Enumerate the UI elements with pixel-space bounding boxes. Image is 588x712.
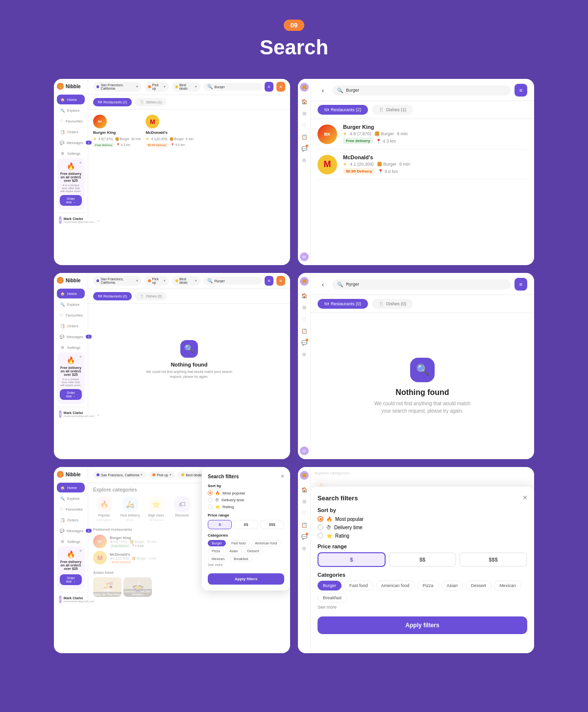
cat-dessert[interactable]: Dessert	[244, 548, 263, 554]
cat-mexican[interactable]: Mexican	[208, 556, 228, 562]
cat-pizza[interactable]: Pizza	[208, 548, 224, 554]
filter-active-btn[interactable]: ≡	[276, 82, 285, 92]
mobile-search-bar-nf[interactable]: 🔍	[332, 279, 511, 290]
cat-tag-dessert[interactable]: Dessert	[466, 581, 491, 590]
cat-tag-american[interactable]: American food	[376, 581, 415, 590]
promo-btn-nf[interactable]: Order now →	[60, 389, 82, 400]
mobile-dishes-tab-nf[interactable]: 🍴 Dishes (0)	[372, 299, 413, 309]
mobile-search-input-nf[interactable]	[346, 282, 506, 287]
price-dollar[interactable]: $	[318, 552, 386, 567]
mobile-mc-item[interactable]: M McDonald's ★ 4.1 (20,309) 🍔 Burger 6 m…	[318, 154, 527, 180]
search-bar-nf[interactable]: 🔍	[203, 277, 262, 285]
cat-fastfood[interactable]: Fast food	[227, 540, 249, 546]
deals-nf[interactable]: Best deals ▾	[172, 276, 200, 286]
cat-tag-asian[interactable]: Asian	[441, 581, 464, 590]
nav-fav-nf[interactable]: ♡ Favourites	[57, 310, 85, 320]
mobile-sort-rating[interactable]: ⭐ Rating	[318, 533, 527, 539]
filter-active-btn-nf[interactable]: ≡	[276, 276, 285, 286]
nav-home[interactable]: 🏠 Home	[57, 95, 85, 104]
restaurants-tab-nf[interactable]: 🍽 Restaurants (0)	[93, 292, 132, 300]
sort-rating[interactable]: ⭐ Rating	[208, 504, 284, 509]
cat-burger[interactable]: Burger	[208, 540, 226, 546]
mobile-search-input[interactable]	[346, 88, 506, 93]
mobile-nav-settings-nf[interactable]: ⚙	[300, 350, 308, 358]
mobile-restaurants-tab-nf[interactable]: 🍽 Restaurants (0)	[318, 299, 368, 309]
location-pill[interactable]: San Francisco, California ▾	[93, 82, 142, 92]
mobile-explore-filter[interactable]: ⊞	[300, 497, 308, 505]
mobile-nav-fav-nf[interactable]: ♡	[300, 315, 308, 323]
mobile-user-avatar[interactable]: M	[300, 252, 309, 261]
price-btn-1[interactable]: $	[208, 520, 232, 529]
mobile-nav-orders[interactable]: 📋	[300, 133, 308, 141]
mobile-nav-explore[interactable]: ⊞	[300, 109, 308, 117]
sort-delivery-radio[interactable]	[208, 497, 213, 502]
mobile-sort-popular[interactable]: 🔥 Most popular	[318, 516, 527, 522]
price-btn-2[interactable]: $$	[234, 520, 258, 529]
mobile-nav-settings[interactable]: ⚙	[300, 156, 308, 164]
mobile-orders-filter[interactable]: 📋	[300, 521, 308, 529]
delivery-radio[interactable]	[318, 524, 323, 530]
nav-settings[interactable]: ⚙ Settings	[57, 148, 85, 158]
dishes-tab[interactable]: 🍴 Dishes (1)	[135, 98, 167, 106]
cat-tag-fast[interactable]: Fast food	[344, 581, 373, 590]
cat-tag-mexican[interactable]: Mexican	[494, 581, 521, 590]
mobile-nav-home-nf[interactable]: 🏠	[300, 292, 308, 299]
cat-asian[interactable]: Asian	[225, 548, 242, 554]
location-filter[interactable]: San Francisco, California ▾	[93, 471, 146, 478]
nav-home-nf[interactable]: 🏠 Home	[57, 289, 85, 298]
price-btn-3[interactable]: $$$	[260, 520, 284, 529]
filter-close-btn[interactable]: ×	[281, 473, 284, 480]
cat-american[interactable]: American food	[251, 540, 281, 546]
nav-settings-filter[interactable]: ⚙ Settings	[57, 537, 85, 546]
back-btn-nf[interactable]: ‹	[318, 279, 328, 290]
promo-close-nf[interactable]: ×	[79, 354, 82, 359]
promo-close-btn[interactable]: ×	[79, 160, 82, 165]
rating-radio[interactable]	[318, 533, 323, 539]
price-dollar-dollar[interactable]: $$	[389, 552, 457, 567]
restaurant-item-bk[interactable]: BK Burger King ★ 4.8(7,870) 🍔 Burger 30 …	[93, 115, 141, 147]
mobile-restaurants-tab[interactable]: 🍽 Restaurants (2)	[318, 105, 368, 115]
mobile-bk-item[interactable]: BK Burger King ★ 4.8 (7,870) 🍔 Burger 9 …	[318, 124, 527, 149]
filter-btn[interactable]: ≡	[265, 82, 273, 92]
dishes-tab-nf[interactable]: 🍴 Dishes (0)	[135, 292, 167, 300]
sort-most-popular[interactable]: 🔥 Most popular	[208, 491, 284, 495]
apply-filters-btn[interactable]: Apply filters	[208, 573, 284, 585]
nav-orders[interactable]: 📋 Orders	[57, 127, 85, 137]
sort-rating-radio[interactable]	[208, 504, 213, 509]
cat-tag-burger[interactable]: Burger	[318, 581, 342, 590]
mobile-filter-btn-nf[interactable]: ≡	[514, 278, 527, 291]
nav-explore-filter[interactable]: 🔍 Explore	[57, 493, 85, 503]
nav-orders-filter[interactable]: 📋 Orders	[57, 515, 85, 525]
location-nf[interactable]: San Francisco, California ▾	[93, 276, 142, 286]
filter-btn-nf[interactable]: ≡	[265, 276, 273, 286]
price-dollar-dollar-dollar[interactable]: $$$	[459, 552, 527, 567]
promo-order-now-btn[interactable]: Order now →	[60, 195, 82, 206]
mobile-nav-msgs-nf[interactable]: 💬	[300, 339, 308, 346]
nav-explore-nf[interactable]: 🔍 Explore	[57, 299, 85, 309]
nav-messages[interactable]: 💬 Messages 1	[57, 138, 85, 147]
nav-explore[interactable]: 🔍 Explore	[57, 105, 85, 115]
deals-pill[interactable]: Best deals ▾	[172, 82, 200, 92]
nav-msgs-nf[interactable]: 💬 Messages 1	[57, 332, 85, 342]
popular-radio[interactable]	[318, 516, 323, 522]
desktop-search-bar[interactable]: 🔍	[203, 83, 262, 91]
mobile-nav-favourites[interactable]: ♡	[300, 121, 308, 129]
order-nf[interactable]: Pick up ▾	[145, 276, 169, 286]
mobile-nav-messages[interactable]: 💬	[300, 145, 308, 152]
mobile-nav-orders-nf[interactable]: 📋	[300, 327, 308, 335]
mobile-user-avatar-nf[interactable]: M	[300, 446, 309, 455]
mobile-settings-filter[interactable]: ⚙	[300, 544, 308, 552]
mobile-msgs-filter[interactable]: 💬	[300, 533, 308, 540]
cat-tag-breakfast[interactable]: Breakfast	[318, 593, 347, 603]
mobile-nav-home[interactable]: 🏠	[300, 98, 308, 105]
order-filter[interactable]: Pick up ▾	[149, 471, 175, 478]
mobile-search-bar[interactable]: 🔍	[332, 85, 511, 96]
mobile-dishes-tab[interactable]: 🍴 Dishes (1)	[372, 105, 413, 115]
see-more-categories[interactable]: See more	[318, 605, 527, 610]
nav-fav-filter[interactable]: ♡ Favourites	[57, 504, 85, 514]
mobile-fav-filter[interactable]: ♡	[300, 509, 308, 517]
restaurant-item-mc[interactable]: M McDonald's ★ 4.1(20,309) 🍔 Burger 6 mi…	[146, 115, 193, 147]
mobile-filter-close[interactable]: ×	[523, 493, 527, 502]
search-input[interactable]	[215, 85, 258, 89]
nav-favourites[interactable]: ♡ Favourites	[57, 116, 85, 126]
